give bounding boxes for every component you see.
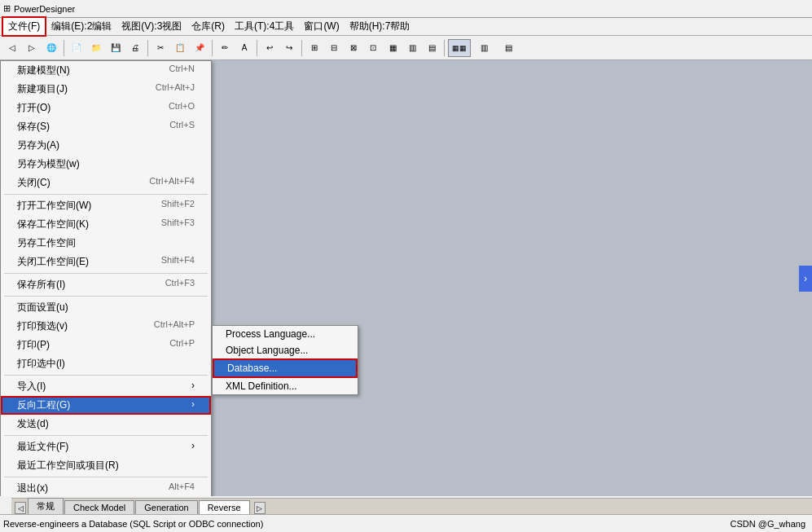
toolbar-new[interactable]: 📄	[68, 39, 86, 57]
reverse-engineer-submenu: Process Language... Object Language... D…	[212, 325, 358, 395]
tab-scroll-right[interactable]: ▷	[254, 502, 266, 514]
file-menu: 新建模型(N) Ctrl+N 新建项目(J) Ctrl+Alt+J 打开(O) …	[0, 60, 212, 496]
submenu-database[interactable]: Database...	[213, 358, 358, 378]
toolbar-open[interactable]: 📁	[87, 39, 105, 57]
content-area: › 新建模型(N) Ctrl+N 新建项目(J) Ctrl+Alt+J 打开(O…	[0, 60, 812, 496]
submenu-process-lang[interactable]: Process Language...	[213, 326, 358, 342]
menu-item-save-all[interactable]: 保存所有(I) Ctrl+F3	[1, 275, 211, 294]
menu-item-close-workspace[interactable]: 关闭工作空间(E) Shift+F4	[1, 253, 211, 271]
tab-check-model[interactable]: Check Model	[64, 500, 134, 514]
menu-item-save-model-as[interactable]: 另存为模型(w)	[1, 155, 211, 174]
menu-item-send[interactable]: 发送(d)	[1, 415, 211, 433]
title-bar: ⊞ PowerDesigner	[0, 0, 812, 18]
separator-2	[4, 273, 208, 274]
menu-item-save-workspace-as[interactable]: 另存工作空间	[1, 234, 211, 253]
menu-repo[interactable]: 仓库(R)	[187, 18, 230, 35]
title-bar-icon: ⊞	[3, 3, 11, 14]
menu-tools[interactable]: 工具(T):4工具	[230, 18, 299, 35]
menu-help[interactable]: 帮助(H):7帮助	[345, 18, 415, 35]
toolbar-sep6	[444, 40, 445, 56]
menu-edit[interactable]: 编辑(E):2编辑	[46, 18, 116, 35]
toolbar-forward[interactable]: ▷	[23, 39, 41, 57]
separator-1	[4, 194, 208, 195]
toolbar-grid3[interactable]: ▤	[497, 39, 520, 57]
menu-bar: 文件(F) 编辑(E):2编辑 视图(V):3视图 仓库(R) 工具(T):4工…	[0, 18, 812, 36]
tab-generation[interactable]: Generation	[135, 500, 197, 514]
toolbar-pencil[interactable]: ✏	[216, 39, 234, 57]
menu-item-save[interactable]: 保存(S) Ctrl+S	[1, 117, 211, 136]
menu-item-open[interactable]: 打开(O) Ctrl+O	[1, 99, 211, 117]
blue-side-arrow[interactable]: ›	[799, 266, 812, 292]
toolbar-sep5	[301, 40, 302, 56]
menu-file[interactable]: 文件(F)	[2, 16, 46, 37]
status-message: Reverse-engineers a Database (SQL Script…	[3, 519, 731, 529]
toolbar-text[interactable]: A	[235, 39, 253, 57]
menu-window[interactable]: 窗口(W)	[299, 18, 344, 35]
toolbar-paste[interactable]: 📌	[191, 39, 208, 57]
toolbar-btn7[interactable]: ▤	[423, 39, 441, 57]
toolbar-sep2	[147, 40, 148, 56]
menu-item-new-project[interactable]: 新建项目(J) Ctrl+Alt+J	[1, 80, 211, 99]
submenu-object-lang[interactable]: Object Language...	[213, 342, 358, 358]
menu-item-reverse-engineer[interactable]: 反向工程(G) ›	[1, 396, 211, 415]
menu-item-save-workspace[interactable]: 保存工作空间(K) Shift+F3	[1, 215, 211, 234]
menu-item-close[interactable]: 关闭(C) Ctrl+Alt+F4	[1, 174, 211, 192]
toolbar-btn5[interactable]: ▦	[384, 39, 402, 57]
menu-item-import[interactable]: 导入(I) ›	[1, 377, 211, 396]
menu-item-recent-files[interactable]: 最近文件(F) ›	[1, 437, 211, 456]
tab-reverse[interactable]: Reverse	[199, 500, 250, 514]
app-window: ⊞ PowerDesigner 文件(F) 编辑(E):2编辑 视图(V):3视…	[0, 0, 812, 532]
toolbar-btn2[interactable]: ⊟	[325, 39, 343, 57]
toolbar-sep1	[64, 40, 64, 56]
submenu-xml-def[interactable]: XML Definition...	[213, 378, 358, 394]
menu-item-save-as[interactable]: 另存为(A)	[1, 136, 211, 155]
toolbar-cut[interactable]: ✂	[151, 39, 169, 57]
menu-item-new-model[interactable]: 新建模型(N) Ctrl+N	[1, 61, 211, 80]
menu-item-open-workspace[interactable]: 打开工作空间(W) Shift+F2	[1, 196, 211, 215]
separator-4	[4, 375, 208, 376]
toolbar-redo[interactable]: ↪	[280, 39, 298, 57]
toolbar-save[interactable]: 💾	[107, 39, 125, 57]
status-bar: Reverse-engineers a Database (SQL Script…	[0, 514, 812, 532]
toolbar-globe[interactable]: 🌐	[42, 39, 60, 57]
toolbar-btn3[interactable]: ⊠	[345, 39, 362, 57]
menu-item-print[interactable]: 打印(P) Ctrl+P	[1, 336, 211, 354]
toolbar-print[interactable]: 🖨	[126, 39, 144, 57]
toolbar-grid2[interactable]: ▥	[472, 39, 495, 57]
status-right: CSDN @G_whang	[731, 519, 805, 529]
menu-item-page-setup[interactable]: 页面设置(u)	[1, 298, 211, 317]
toolbar-grid1[interactable]: ▦▦	[448, 39, 471, 57]
toolbar-copy[interactable]: 📋	[171, 39, 189, 57]
menu-item-print-selection[interactable]: 打印选中(l)	[1, 354, 211, 373]
menu-item-exit[interactable]: 退出(x) Alt+F4	[1, 479, 211, 496]
toolbar-sep4	[257, 40, 257, 56]
toolbar-btn6[interactable]: ▥	[403, 39, 421, 57]
separator-6	[4, 477, 208, 477]
menu-item-print-preview[interactable]: 打印预选(v) Ctrl+Alt+P	[1, 317, 211, 336]
separator-3	[4, 296, 208, 297]
tab-area: ◁ 常规 Check Model Generation Reverse ▷	[11, 498, 812, 514]
toolbar-btn1[interactable]: ⊞	[305, 39, 323, 57]
tab-scroll-left[interactable]: ◁	[15, 502, 26, 514]
menu-view[interactable]: 视图(V):3视图	[116, 18, 187, 35]
separator-5	[4, 435, 208, 436]
toolbar: ◁ ▷ 🌐 📄 📁 💾 🖨 ✂ 📋 📌 ✏ A ↩ ↪ ⊞ ⊟ ⊠ ⊡ ▦ ▥ …	[0, 36, 812, 60]
menu-item-recent-workspaces[interactable]: 最近工作空间或项目(R)	[1, 456, 211, 475]
toolbar-back[interactable]: ◁	[3, 39, 21, 57]
toolbar-sep3	[212, 40, 213, 56]
toolbar-btn4[interactable]: ⊡	[364, 39, 382, 57]
title-bar-text: PowerDesigner	[14, 4, 75, 14]
toolbar-undo[interactable]: ↩	[261, 39, 279, 57]
tab-normal[interactable]: 常规	[28, 498, 64, 514]
